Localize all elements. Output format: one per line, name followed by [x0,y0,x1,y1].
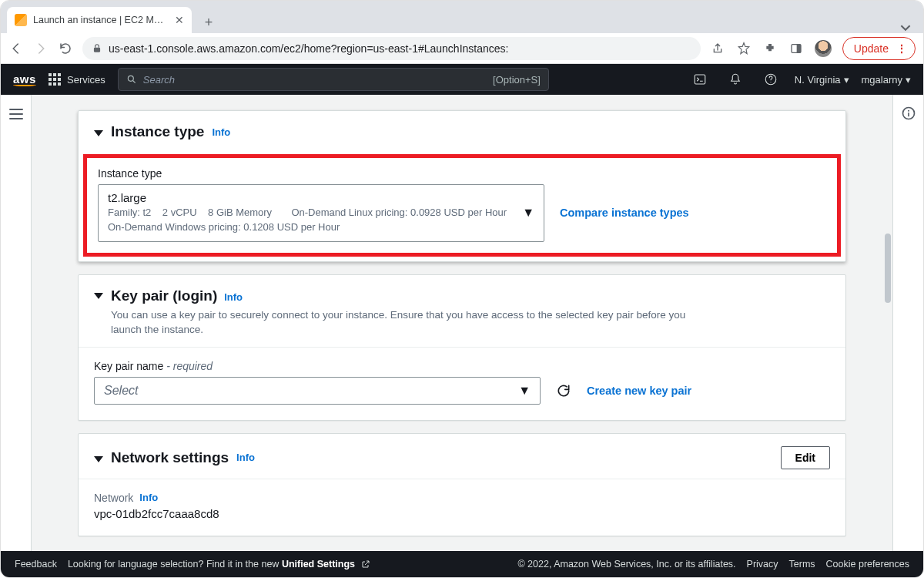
scrollbar-thumb[interactable] [885,234,891,303]
share-icon[interactable] [710,41,725,56]
edit-button[interactable]: Edit [781,446,830,469]
info-icon [901,106,916,121]
browser-tabstrip: Launch an instance | EC2 Mana ✕ + [1,1,923,33]
search-placeholder: Search [143,74,175,86]
region-label: N. Virginia [795,74,841,86]
panel-icon[interactable] [788,41,804,56]
instance-type-select[interactable]: t2.large Family: t2 2 vCPU 8 GiB Memory … [98,184,544,242]
kebab-icon[interactable]: ⋮ [896,42,909,55]
browser-addressbar: us-east-1.console.aws.amazon.com/ec2/hom… [1,33,923,64]
info-link[interactable]: Info [212,126,230,138]
external-link-icon [361,560,370,569]
refresh-button[interactable] [556,383,571,398]
aws-logo[interactable]: aws [13,72,36,86]
account-menu[interactable]: mgalarny ▾ [862,74,911,86]
services-label: Services [67,74,105,86]
update-label: Update [854,42,889,55]
svg-rect-8 [908,113,909,116]
hamburger-icon [9,109,23,119]
new-tab-button[interactable]: + [198,12,219,33]
browser-update-button[interactable]: Update ⋮ [842,37,916,60]
svg-point-3 [128,76,133,81]
info-link[interactable]: Info [224,291,243,303]
svg-rect-0 [94,47,100,52]
panel-key-pair: Key pair (login) Info You can use a key … [78,274,846,421]
panel-title: Key pair (login) [111,287,217,304]
close-tab-icon[interactable]: ✕ [175,14,184,26]
collapse-caret-icon[interactable] [94,293,103,299]
panel-description: You can use a key pair to securely conne… [111,307,696,338]
left-rail-toggle[interactable] [1,95,32,551]
highlight-box: Instance type t2.large Family: t2 2 vCPU… [83,154,841,257]
info-link[interactable]: Info [236,452,255,463]
panel-title: Instance type [111,123,204,140]
chevron-down-icon: ▼ [518,384,531,398]
notifications-icon[interactable] [724,68,747,91]
tabs-overflow[interactable] [894,22,917,33]
browser-tab[interactable]: Launch an instance | EC2 Mana ✕ [7,7,192,33]
console-footer: Feedback Looking for language selection?… [1,551,923,577]
compare-instance-types-link[interactable]: Compare instance types [560,207,689,219]
apps-grid-icon [49,73,61,86]
footer-cookies[interactable]: Cookie preferences [826,559,909,570]
network-label: Network Info [94,492,830,504]
footer-privacy[interactable]: Privacy [747,559,778,570]
bookmark-icon[interactable] [736,41,752,56]
info-link[interactable]: Info [139,492,158,503]
tab-title: Launch an instance | EC2 Mana [33,15,169,25]
create-key-pair-link[interactable]: Create new key pair [587,385,691,397]
tab-favicon [15,14,27,26]
footer-terms[interactable]: Terms [789,559,815,570]
svg-rect-2 [797,44,801,52]
selected-instance-details: Family: t2 2 vCPU 8 GiB Memory On-Demand… [108,206,516,235]
feedback-link[interactable]: Feedback [15,559,57,570]
right-rail-info[interactable] [892,95,923,551]
panel-network-settings: Network settings Info Edit Network Info … [78,433,846,536]
nav-reload-button[interactable] [58,41,73,56]
select-placeholder: Select [104,384,138,398]
refresh-icon [556,383,571,398]
collapse-caret-icon[interactable] [94,130,103,136]
account-label: mgalarny [862,74,902,86]
field-label: Key pair name - required [94,360,830,372]
svg-rect-4 [695,75,705,84]
field-label: Instance type [98,167,826,180]
profile-avatar[interactable] [815,40,832,57]
network-vpc-value: vpc-01db2fcc7caaa8cd8 [94,507,830,520]
cloudshell-icon[interactable] [688,68,711,91]
main-content: Instance type Info Instance type t2.larg… [32,95,892,551]
address-input[interactable]: us-east-1.console.aws.amazon.com/ec2/hom… [82,37,701,60]
lock-icon [92,43,102,54]
panel-title: Network settings [111,449,229,466]
global-search[interactable]: Search [Option+S] [118,68,549,91]
chevron-down-icon [900,22,911,33]
panel-instance-type: Instance type Info Instance type t2.larg… [78,110,846,262]
chevron-down-icon: ▾ [844,74,849,86]
collapse-caret-icon[interactable] [94,456,103,462]
selected-instance-name: t2.large [108,191,516,204]
services-menu[interactable]: Services [49,73,105,86]
chevron-down-icon: ▼ [522,206,534,220]
extensions-icon[interactable] [762,41,778,56]
search-icon [126,74,137,85]
nav-forward-button [33,41,49,56]
svg-point-7 [908,110,909,112]
help-icon[interactable] [759,68,782,91]
nav-back-button[interactable] [8,41,24,56]
footer-lang: Looking for language selection? Find it … [68,559,370,570]
address-url: us-east-1.console.aws.amazon.com/ec2/hom… [109,42,508,55]
unified-settings-link[interactable]: Unified Settings [282,559,355,570]
search-shortcut: [Option+S] [493,74,541,86]
region-selector[interactable]: N. Virginia ▾ [795,74,849,86]
chevron-down-icon: ▾ [906,74,911,86]
key-pair-select[interactable]: Select ▼ [94,377,541,405]
footer-copyright: © 2022, Amazon Web Services, Inc. or its… [517,559,735,570]
aws-top-nav: aws Services Search [Option+S] N. Virgin… [1,64,923,95]
